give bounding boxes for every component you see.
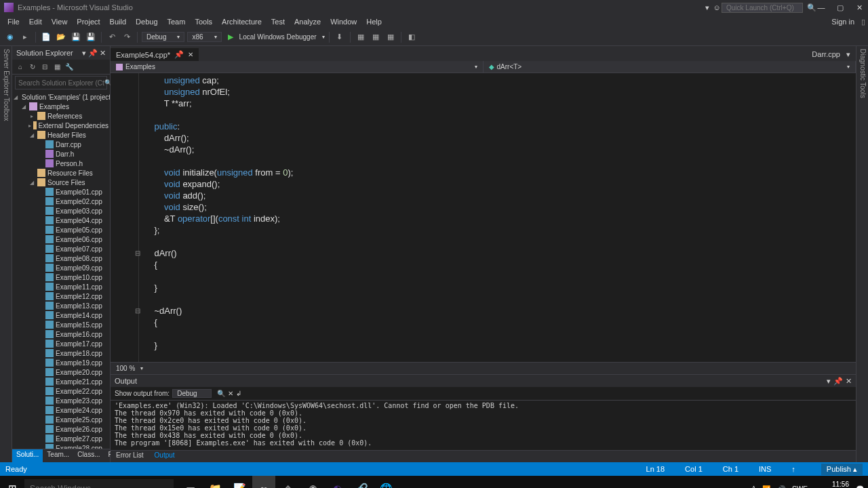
out-clear-icon[interactable]: ✕: [228, 390, 233, 397]
tree-node[interactable]: Darr.cpp: [12, 140, 110, 149]
output-source-select[interactable]: Debug: [172, 389, 211, 398]
tree-node[interactable]: Example27.cpp: [12, 434, 110, 443]
solexp-search-input[interactable]: [18, 79, 104, 87]
app-icon[interactable]: ◉: [301, 476, 324, 488]
home-icon[interactable]: ⌂: [15, 62, 26, 73]
tree-node[interactable]: ▸External Dependencies: [12, 121, 110, 130]
menu-project[interactable]: Project: [72, 16, 104, 27]
output-body[interactable]: 'Examples.exe' (Win32): Loaded 'C:\Windo…: [111, 401, 856, 450]
menu-test[interactable]: Test: [267, 16, 290, 27]
publish-button[interactable]: Publish ▴: [821, 464, 863, 475]
nav-member[interactable]: ◆dArr<T>: [484, 61, 856, 73]
feedback-icon[interactable]: ☺: [712, 3, 722, 12]
quick-launch-input[interactable]: [722, 3, 803, 13]
start-button[interactable]: ⊞: [0, 476, 24, 488]
menu-architecture[interactable]: Architecture: [217, 16, 267, 27]
config-select[interactable]: Debug: [142, 32, 184, 42]
right-rail[interactable]: Diagnostic Tools: [856, 46, 868, 462]
language-indicator[interactable]: SWE: [792, 485, 808, 489]
close-panel-icon[interactable]: ✕: [100, 49, 106, 58]
menu-build[interactable]: Build: [105, 16, 131, 27]
show-all-icon[interactable]: ▦: [52, 62, 62, 73]
tree-node[interactable]: Example01.cpp: [12, 187, 110, 197]
tree-node[interactable]: ◢Source Files: [12, 178, 110, 187]
out-pin-icon[interactable]: 📌: [833, 377, 843, 386]
redo-icon[interactable]: ↷: [121, 31, 133, 43]
tree-node[interactable]: ▸References: [12, 111, 110, 121]
tree-node[interactable]: Example21.cpp: [12, 377, 110, 386]
tree-node[interactable]: Example23.cpp: [12, 396, 110, 405]
step-icon[interactable]: ⬇: [334, 31, 346, 43]
notify-icon[interactable]: ▾: [703, 3, 712, 12]
tree-node[interactable]: Example06.cpp: [12, 235, 110, 244]
tree-node[interactable]: Example17.cpp: [12, 339, 110, 348]
menu-file[interactable]: File: [3, 16, 24, 27]
panel-tab[interactable]: Class...: [73, 449, 104, 462]
tree-node[interactable]: ◢Examples: [12, 102, 110, 111]
tree-node[interactable]: Example10.cpp: [12, 272, 110, 282]
tool1-icon[interactable]: ▦: [355, 31, 367, 43]
menu-analyze[interactable]: Analyze: [290, 16, 326, 27]
tree-node[interactable]: Example13.cpp: [12, 301, 110, 310]
tree-node[interactable]: Example09.cpp: [12, 263, 110, 272]
tree-node[interactable]: Example28.cpp: [12, 443, 110, 449]
user-icon[interactable]: ▯: [861, 18, 865, 26]
tree-node[interactable]: Example14.cpp: [12, 310, 110, 320]
tree-node[interactable]: Example20.cpp: [12, 367, 110, 377]
menu-view[interactable]: View: [47, 16, 73, 27]
volume-icon[interactable]: 🔊: [777, 485, 785, 489]
solexp-search[interactable]: 🔍: [15, 76, 107, 89]
clock[interactable]: 11:56 2017-01-29: [814, 481, 849, 488]
tree-node[interactable]: Example07.cpp: [12, 244, 110, 253]
tree-node[interactable]: ◢Header Files: [12, 130, 110, 140]
minimize-button[interactable]: —: [816, 3, 826, 12]
windows-search-input[interactable]: [24, 479, 174, 488]
tree-node[interactable]: Person.h: [12, 159, 110, 168]
nav-scope[interactable]: Examples: [111, 61, 484, 73]
output-tab[interactable]: Error List: [111, 451, 149, 462]
sign-in-link[interactable]: Sign in: [831, 18, 854, 26]
eclipse-icon[interactable]: ◐: [326, 476, 349, 488]
unity-icon[interactable]: ◈: [277, 476, 300, 488]
explorer-icon[interactable]: 📁: [203, 476, 226, 488]
active-tab[interactable]: Example54.cpp* 📌 ✕: [111, 48, 199, 61]
tree-node[interactable]: Example04.cpp: [12, 216, 110, 225]
run-button[interactable]: ▶: [224, 31, 237, 43]
save-all-icon[interactable]: 💾: [85, 31, 97, 43]
tree-node[interactable]: Example19.cpp: [12, 358, 110, 367]
back-icon[interactable]: ◉: [4, 31, 16, 43]
notepad-icon[interactable]: 📝: [228, 476, 251, 488]
tool2-icon[interactable]: ▦: [370, 31, 382, 43]
collapse-icon[interactable]: ⊟: [39, 62, 50, 73]
vs-taskbar-icon[interactable]: ∞: [252, 476, 275, 488]
tree-node[interactable]: Example02.cpp: [12, 197, 110, 206]
menu-window[interactable]: Window: [326, 16, 361, 27]
search-icon[interactable]: 🔍: [807, 3, 816, 12]
tree-node[interactable]: Example11.cpp: [12, 282, 110, 291]
tree-node[interactable]: Example05.cpp: [12, 225, 110, 235]
app2-icon[interactable]: 🔗: [350, 476, 373, 488]
code-area[interactable]: unsigned cap; unsigned nrOfEl; T **arr; …: [111, 73, 856, 362]
out-wrap-icon[interactable]: ↲: [236, 390, 241, 397]
refresh-icon[interactable]: ↻: [27, 62, 38, 73]
out-drop-icon[interactable]: ▾: [827, 377, 831, 386]
undo-icon[interactable]: ↶: [106, 31, 118, 43]
tree-node[interactable]: Example25.cpp: [12, 415, 110, 424]
chrome-icon[interactable]: 🌐: [374, 476, 397, 488]
tab-pin-icon[interactable]: 📌: [174, 50, 184, 59]
tree-node[interactable]: Example03.cpp: [12, 206, 110, 216]
dropdown-icon[interactable]: ▾: [82, 49, 86, 58]
out-find-icon[interactable]: 🔍: [217, 390, 225, 397]
open-icon[interactable]: 📂: [55, 31, 67, 43]
tree-node[interactable]: Example08.cpp: [12, 253, 110, 263]
tree-node[interactable]: Resource Files: [12, 168, 110, 178]
platform-select[interactable]: x86: [187, 32, 221, 42]
notifications-icon[interactable]: 💬: [856, 485, 864, 489]
maximize-button[interactable]: ▢: [835, 3, 845, 12]
right-tab[interactable]: Darr.cpp ▾: [806, 48, 856, 61]
panel-tab[interactable]: Soluti...: [12, 449, 43, 462]
tree-node[interactable]: Example24.cpp: [12, 405, 110, 415]
forward-icon[interactable]: ▸: [19, 31, 31, 43]
tree-node[interactable]: Example22.cpp: [12, 386, 110, 396]
pin-icon[interactable]: 📌: [88, 49, 98, 58]
